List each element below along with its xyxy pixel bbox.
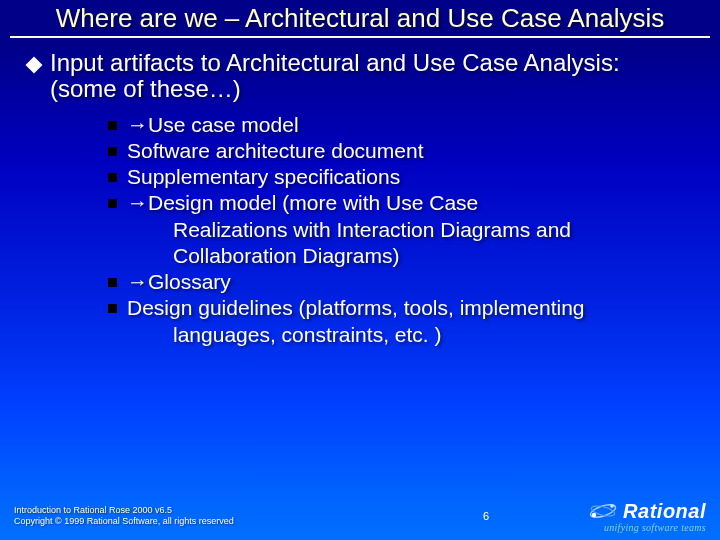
- item-text: →Glossary: [127, 269, 692, 295]
- list-item: Supplementary specifications: [108, 164, 692, 190]
- brand-tagline: unifying software teams: [604, 522, 706, 533]
- list-item: Design guidelines (platforms, tools, imp…: [108, 295, 692, 321]
- square-bullet-icon: [108, 121, 117, 130]
- page-number: 6: [456, 510, 516, 522]
- item-text: →Use case model: [127, 112, 692, 138]
- lead-text: Input artifacts to Architectural and Use…: [50, 50, 692, 102]
- diamond-bullet-icon: [26, 56, 43, 73]
- svg-point-2: [592, 513, 596, 517]
- item-text: Supplementary specifications: [127, 164, 692, 190]
- item-continuation: Realizations with Interaction Diagrams a…: [173, 217, 692, 243]
- square-bullet-icon: [108, 173, 117, 182]
- rational-logo-icon: [589, 500, 617, 522]
- slide-footer: Introduction to Rational Rose 2000 v6.5 …: [0, 492, 720, 540]
- square-bullet-icon: [108, 304, 117, 313]
- footer-line2: Copyright © 1999 Rational Software, all …: [14, 516, 456, 527]
- list-item: →Use case model: [108, 112, 692, 138]
- brand-name: Rational: [623, 500, 706, 523]
- list-item: Software architecture document: [108, 138, 692, 164]
- square-bullet-icon: [108, 199, 117, 208]
- item-text: Design guidelines (platforms, tools, imp…: [127, 295, 692, 321]
- item-text: Software architecture document: [127, 138, 692, 164]
- sub-bullets: →Use case model Software architecture do…: [108, 112, 692, 348]
- item-continuation: Collaboration Diagrams): [173, 243, 692, 269]
- footer-left: Introduction to Rational Rose 2000 v6.5 …: [14, 505, 456, 528]
- square-bullet-icon: [108, 278, 117, 287]
- list-item: →Design model (more with Use Case: [108, 190, 692, 216]
- svg-point-3: [610, 504, 614, 508]
- square-bullet-icon: [108, 147, 117, 156]
- item-text: →Design model (more with Use Case: [127, 190, 692, 216]
- footer-line1: Introduction to Rational Rose 2000 v6.5: [14, 505, 456, 516]
- slide-title: Where are we – Architectural and Use Cas…: [0, 0, 720, 34]
- slide-body: Input artifacts to Architectural and Use…: [0, 38, 720, 348]
- brand-row: Rational: [589, 500, 706, 523]
- item-continuation: languages, constraints, etc. ): [173, 322, 692, 348]
- list-item: →Glossary: [108, 269, 692, 295]
- brand-block: Rational unifying software teams: [516, 500, 706, 533]
- bullet-level1: Input artifacts to Architectural and Use…: [28, 50, 692, 102]
